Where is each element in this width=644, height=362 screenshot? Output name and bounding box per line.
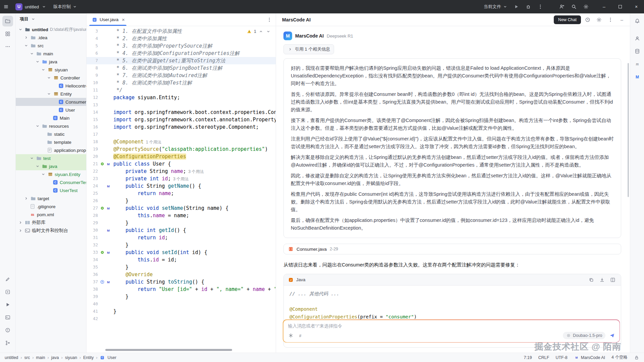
database-tool-button[interactable] xyxy=(632,46,643,57)
chat-history-button[interactable] xyxy=(583,15,592,24)
code-line-8[interactable]: 8 * 6. 在测试类中添加@SpringBootTest注解 xyxy=(87,64,276,72)
line-number[interactable]: 31 xyxy=(87,234,98,241)
line-number[interactable]: 9 xyxy=(87,72,98,79)
code-line-21[interactable]: 21Mpublic class User { xyxy=(87,160,276,168)
ai-scrollbar[interactable] xyxy=(628,63,629,197)
tree-item-java[interactable]: java xyxy=(16,58,86,66)
tree-item-idea[interactable]: .idea xyxy=(16,34,86,42)
code-line-25[interactable]: 25 return name; xyxy=(87,190,276,197)
line-number[interactable]: 35 xyxy=(87,263,98,271)
ai-message-input[interactable] xyxy=(288,323,615,328)
services-tool-button[interactable] xyxy=(2,287,13,297)
copy-code-button[interactable] xyxy=(587,275,596,285)
close-icon[interactable]: × xyxy=(121,17,126,22)
chevron-down-icon[interactable] xyxy=(23,43,29,48)
code-line-38[interactable]: 38 return "User [id=" + id + ", name=" +… xyxy=(87,286,276,293)
line-number[interactable]: 33 xyxy=(87,249,98,256)
line-number[interactable]: 15 xyxy=(87,116,98,123)
code-line-39[interactable]: 39 } xyxy=(87,293,276,300)
ai-assistant-tool-button[interactable] xyxy=(632,33,643,44)
chevron-down-icon[interactable] xyxy=(35,59,40,64)
line-number[interactable]: 14 xyxy=(87,109,98,116)
chevron-up-icon[interactable] xyxy=(258,29,264,34)
line-number[interactable]: 8 xyxy=(87,64,98,72)
chevron-down-icon[interactable] xyxy=(46,75,52,80)
plugin-m-tool-button[interactable]: m xyxy=(632,59,643,69)
context-icon[interactable]: # xyxy=(298,333,303,338)
line-number[interactable]: 41 xyxy=(87,308,98,315)
code-line-15[interactable]: 15import org.springframework.context.ann… xyxy=(87,116,276,123)
chevron-down-icon[interactable] xyxy=(35,164,40,169)
line-number[interactable]: 6 xyxy=(87,50,98,57)
line-number[interactable]: 7 xyxy=(87,57,98,64)
marscode-gutter-icon[interactable]: M xyxy=(106,205,111,211)
chevron-right-icon[interactable] xyxy=(18,228,23,233)
code-line-26[interactable]: 26 } xyxy=(87,197,276,204)
code-line-17[interactable]: 17 xyxy=(87,131,276,138)
ai-settings-button[interactable] xyxy=(594,15,604,24)
code-line-20[interactable]: 20@ConfigurationProperties xyxy=(87,153,276,160)
chevron-down-icon[interactable] xyxy=(266,29,271,34)
inspections-widget[interactable]: 1 xyxy=(247,29,271,34)
line-number[interactable]: 36 xyxy=(87,271,98,278)
line-number[interactable]: 21 xyxy=(87,160,98,168)
line-number[interactable]: 37 xyxy=(87,278,98,286)
line-number[interactable]: 22 xyxy=(87,168,98,175)
code-line-40[interactable]: 40 xyxy=(87,300,276,308)
caret-position[interactable]: 7:19 xyxy=(524,355,532,360)
problems-tool-button[interactable] xyxy=(2,325,13,336)
debug-button[interactable] xyxy=(523,2,534,12)
tree-item-untitled[interactable]: untitledD:\data\程序\java\until xyxy=(16,25,86,34)
tree-item-item[interactable]: 外部库 xyxy=(16,219,86,227)
main-menu-icon[interactable] xyxy=(3,4,9,9)
code-line-19[interactable]: 19@PropertySource("classpath:application… xyxy=(87,145,276,153)
settings-button[interactable] xyxy=(580,2,592,12)
line-number[interactable]: 39 xyxy=(87,293,98,300)
tab-user-java[interactable]: C User.java × xyxy=(87,13,129,26)
code-line-36[interactable]: 36 @Override xyxy=(87,271,276,278)
line-number[interactable]: 34 xyxy=(87,256,98,263)
code-line-16[interactable]: 16import org.springframework.stereotype.… xyxy=(87,123,276,131)
marscode-gutter-icon[interactable]: M xyxy=(106,250,111,255)
run-config-selector[interactable]: 当前文件 xyxy=(484,4,508,10)
line-number[interactable]: 27 xyxy=(87,204,98,212)
breadcrumb-item-main[interactable]: main xyxy=(36,355,45,360)
tree-item-siyuan[interactable]: siyuan xyxy=(16,66,86,74)
code-line-23[interactable]: 23 private int id; 3 个用法 xyxy=(87,175,276,182)
chevron-down-icon[interactable] xyxy=(18,27,23,32)
code-line-41[interactable]: 41} xyxy=(87,308,276,315)
code-line-28[interactable]: 28 this.name = name; xyxy=(87,212,276,219)
line-number[interactable]: 30 xyxy=(87,227,98,234)
tab-options-button[interactable] xyxy=(265,17,274,22)
code-line-34[interactable]: 34 this.id = id; xyxy=(87,256,276,263)
file-encoding[interactable]: UTF-8 xyxy=(555,355,567,360)
line-number[interactable]: 24 xyxy=(87,182,98,190)
diff-code-button[interactable] xyxy=(608,275,618,285)
line-number[interactable]: 23 xyxy=(87,175,98,182)
line-number[interactable]: 11 xyxy=(87,86,98,94)
code-line-14[interactable]: 14import org.springframework.boot.contex… xyxy=(87,109,276,116)
line-number[interactable]: 32 xyxy=(87,241,98,249)
code-line-11[interactable]: 11 */ xyxy=(87,86,276,94)
line-number[interactable]: 20 xyxy=(87,153,98,160)
code-line-24[interactable]: 24M public String getName() { xyxy=(87,182,276,190)
tree-item-src[interactable]: src xyxy=(16,42,86,50)
code-line-31[interactable]: 31 return id; xyxy=(87,234,276,241)
indent-setting[interactable]: 4 个空格 xyxy=(611,355,628,360)
code-line-33[interactable]: 33M public void setId(int id) { xyxy=(87,249,276,256)
reference-chip[interactable]: 引用 1 个相关信息 xyxy=(283,44,334,54)
line-ending[interactable]: CRLF xyxy=(538,355,549,360)
tree-item-item[interactable]: 临时文件和控制台 xyxy=(16,227,86,235)
spring-bean-icon[interactable] xyxy=(100,205,105,211)
minimize-button[interactable]: – xyxy=(596,0,612,13)
terminal-tool-button[interactable] xyxy=(2,312,13,323)
line-number[interactable]: 29 xyxy=(87,219,98,227)
spring-bean-icon[interactable] xyxy=(100,161,105,167)
tree-item-consumertest[interactable]: CConsumerTest xyxy=(16,178,86,186)
override-icon[interactable] xyxy=(100,279,105,285)
breadcrumb-item-user[interactable]: User xyxy=(107,355,116,360)
breadcrumb-item-untitled[interactable]: untitled xyxy=(5,355,18,360)
tree-item-main[interactable]: CMain xyxy=(16,114,86,122)
project-tool-button[interactable] xyxy=(2,16,13,26)
run-button[interactable] xyxy=(511,2,522,12)
